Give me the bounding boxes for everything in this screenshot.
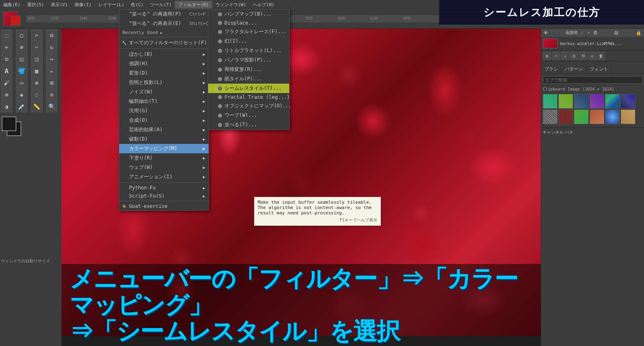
foreground-color[interactable] [2,116,16,131]
tool-smudge[interactable]: ⊙ [46,89,57,100]
pattern-item-2[interactable] [558,94,573,109]
tab-font[interactable]: フォント [587,65,612,73]
filter-blur[interactable]: ぼかし(B) ▶ [119,50,209,59]
menubar-item-tools[interactable]: ツール(T) [147,1,175,9]
pattern-item-3[interactable] [574,94,589,109]
filter-enhance[interactable]: 強調(H) ▶ [119,59,209,68]
tab-pattern[interactable]: パターン [562,65,587,73]
tool-rect-select[interactable]: ⬚ [1,30,12,41]
tool-airbrush[interactable]: ⊛ [31,77,43,89]
tool-ellipse-select[interactable]: ◯ [16,30,27,41]
filter-re-show[interactable]: "並べる" の再表示(E) Shift+Ctrl+F [119,19,209,28]
menubar-item-window[interactable]: ウィンドウ(W) [212,1,249,9]
tool-perspective-clone[interactable]: ◈ [16,89,27,100]
tool-pencil[interactable]: ✏ [46,65,57,77]
merge-down-button[interactable]: ⟲ [579,52,587,60]
submenu-displace[interactable]: Displace... [208,19,289,27]
filter-re-apply[interactable]: "並べる" の再適用(P) Ctrl+F [119,9,209,19]
layer-visibility-icon[interactable]: 👁 [544,30,548,36]
pattern-item-9[interactable] [574,109,589,124]
filter-generic[interactable]: 汎用(G) ▶ [119,106,209,116]
tool-perspective[interactable]: ◲ [31,53,43,65]
channel-tab[interactable]: チャンネル [543,130,563,135]
layer-lock-icon[interactable]: 🔒 [636,30,642,36]
submenu-map-object[interactable]: オブジェクトにマップ(O)... [208,101,289,111]
pattern-item-7[interactable] [543,109,558,124]
filter-distort2[interactable]: 破動(D) ▶ [119,134,209,144]
tool-zoom[interactable]: 🔍 [46,101,57,112]
tool-dodge-burn[interactable]: ◑ [1,101,12,112]
menubar-item-image[interactable]: 画像(I) [71,1,95,9]
tool-move[interactable]: ✛ [1,41,12,53]
filter-underpainting[interactable]: 下塗り(R) ▶ [119,153,209,163]
menubar-item-select[interactable]: 選択(S) [24,1,48,9]
tool-scale[interactable]: ⊡ [1,53,12,65]
submenu-bumpmap[interactable]: バンプマップ(B)... [208,9,289,19]
filter-colormapping[interactable]: カラーマッピング(M) ▶ [119,144,209,153]
filter-script-fu[interactable]: Script-Fu(S) ▶ [119,192,209,200]
submenu-seamless-tile[interactable]: シームレスタイル(T)... [208,84,289,93]
anchor-layer-button[interactable]: ⚓ [588,52,596,60]
tool-color-picker[interactable]: 💉 [16,101,27,112]
tool-measure[interactable]: 📏 [31,101,43,112]
filter-animation[interactable]: アニメーション(I) ▶ [119,172,209,182]
tool-paintbrush[interactable]: 🖌 [1,77,12,89]
lower-layer-button[interactable]: ↓ [561,52,569,60]
background-color-swatch[interactable] [11,16,20,25]
tool-rotate[interactable]: ↻ [46,41,57,53]
submenu-panorama[interactable]: パノラマ投影(P)... [208,55,289,65]
filter-edge-detect[interactable]: 輪郭抽出(T) ▶ [119,97,209,106]
pattern-item-6[interactable] [621,94,635,109]
menubar-item-layer[interactable]: レイヤー(L) [95,1,128,9]
filter-noise[interactable]: ノイズ(N) ▶ [119,87,209,97]
pattern-item-11[interactable] [605,109,620,124]
tool-lasso[interactable]: ✂ [31,30,43,41]
recently-used-item[interactable]: Recently Used ▶ [119,28,209,36]
tab-brush[interactable]: ブラシ [541,65,562,73]
tool-eraser[interactable]: ▭ [16,77,27,89]
filter-web[interactable]: ウェブ(W) ▶ [119,163,209,172]
filter-distort[interactable]: 変形(D) ▶ [119,68,209,78]
tool-crop[interactable]: ✄ [31,41,43,53]
raise-layer-button[interactable]: ↑ [552,52,560,60]
tool-blend[interactable]: ▦ [31,65,43,77]
submenu-fractal-trace-legacy[interactable]: Fractal Trace (leg...) [208,93,289,101]
tool-blur[interactable]: ◌ [31,89,43,100]
tool-text[interactable]: A [1,65,12,77]
new-layer-button[interactable]: ⊞ [543,52,551,60]
pattern-item-10[interactable] [590,109,604,124]
submenu-paper-tile[interactable]: 紙タイル(P)... [208,74,289,84]
pattern-item-5[interactable] [605,94,620,109]
layer-row[interactable]: markus-winkler-LcaMfWa... [541,37,644,50]
pattern-item-1[interactable] [543,94,558,109]
submenu-recursive-transform[interactable]: 再帰変形(R)... [208,65,289,74]
filter-goat-exercise[interactable]: 🐐 Goat-exercise [119,202,209,210]
tool-heal[interactable]: ⊕ [1,89,12,100]
tool-clone[interactable]: ⊞ [46,77,57,89]
delete-layer-button[interactable]: 🗑 [597,52,605,60]
pattern-item-4[interactable] [590,94,604,109]
duplicate-layer-button[interactable]: ⊡ [570,52,578,60]
tool-flip[interactable]: ⇔ [46,53,57,65]
filter-artistic[interactable]: 芸術的効果(A) ▶ [119,125,209,134]
submenu-tile[interactable]: 並べる(T)... [208,120,289,130]
pattern-item-8[interactable] [558,109,573,124]
menubar-item-color[interactable]: 色(C) [127,1,147,9]
menubar-item-help[interactable]: ヘルプ(H) [249,1,278,9]
submenu-warp[interactable]: ワープ(W)... [208,111,289,120]
pattern-item-12[interactable] [621,109,635,124]
filter-combine[interactable]: 合成(O) ▶ [119,116,209,125]
menubar-item-filter[interactable]: フィルター(R) [175,1,212,9]
search-input[interactable] [543,76,642,84]
filter-python-fu[interactable]: Python-Fu ▶ [119,184,209,192]
filter-light-shadow[interactable]: 照明と投影(L) ▶ [119,78,209,87]
filter-reset-all[interactable]: 🔧 すべてのフィルターのリセット(F) [119,38,209,48]
menubar-item-edit[interactable]: 編集(E) [0,1,24,9]
submenu-illusion[interactable]: 幻(I)... [208,36,289,46]
paths-tab[interactable]: パス [565,130,573,135]
tool-align[interactable]: ⊕ [16,41,27,53]
tool-bucket-fill[interactable]: 🪣 [16,65,27,77]
submenu-fractaltrace[interactable]: フラクタルトレース(F)... [208,27,289,36]
menubar-item-view[interactable]: 表示(V) [48,1,71,9]
tool-shear[interactable]: ◱ [16,53,27,65]
